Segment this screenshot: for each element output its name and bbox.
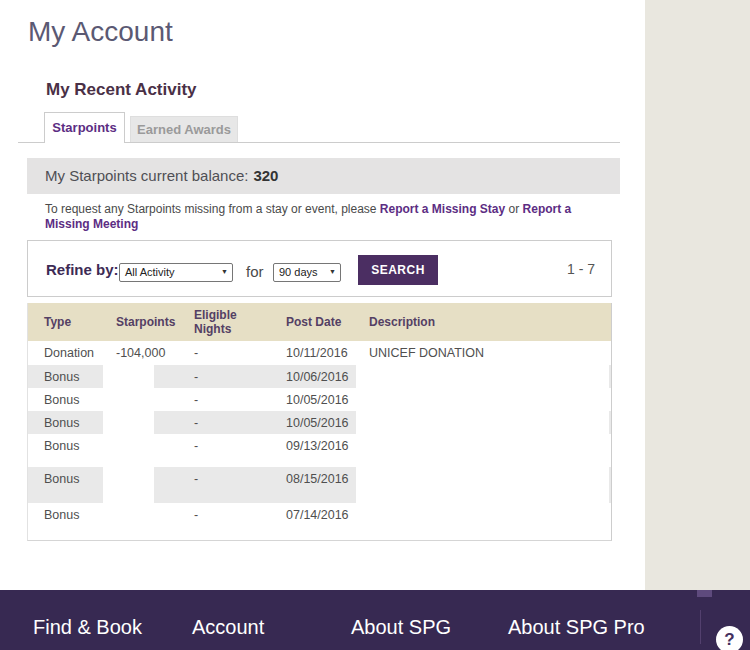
cell-starpoints: -104,000 — [116, 346, 165, 360]
tab-earned-awards[interactable]: Earned Awards — [130, 116, 238, 142]
table-row: Bonus-07/14/2016 — [28, 503, 611, 530]
table-bottom-space — [28, 530, 611, 540]
page-title: My Account — [28, 16, 173, 48]
missing-points-note: To request any Starpoints missing from a… — [45, 202, 593, 232]
table-row: Bonus-10/05/2016 — [28, 388, 611, 411]
section-title: My Recent Activity — [46, 80, 197, 100]
cell-eligible-nights: - — [194, 416, 198, 430]
cell-type: Bonus — [44, 370, 79, 384]
cell-eligible-nights: - — [194, 472, 198, 486]
activity-table: TypeStarpointsEligible NightsPost DateDe… — [27, 303, 612, 541]
note-text: or — [505, 202, 522, 216]
activity-type-select[interactable]: ▼ All Activity — [119, 263, 233, 282]
table-row: Donation-104,000-10/11/2016UNICEF DONATI… — [28, 341, 611, 365]
refine-toolbar: Refine by: ▼ All Activity for ▼ 90 days … — [27, 240, 612, 297]
table-row: Bonus-09/13/2016 — [28, 434, 611, 467]
table-row: Bonus-10/06/2016 — [28, 365, 611, 388]
search-button[interactable]: SEARCH — [358, 255, 438, 285]
cell-type: Donation — [44, 346, 94, 360]
table-header-row: TypeStarpointsEligible NightsPost DateDe… — [28, 303, 611, 341]
cell-type: Bonus — [44, 508, 79, 522]
cell-post-date: 09/13/2016 — [286, 439, 349, 453]
balance-label: My Starpoints current balance: — [45, 167, 248, 184]
cell-post-date: 10/06/2016 — [286, 370, 349, 384]
column-header: Type — [44, 315, 71, 329]
page-side-background — [645, 0, 750, 590]
period-select[interactable]: ▼ 90 days — [273, 263, 341, 282]
footer-link-about-spg[interactable]: About SPG — [351, 616, 451, 639]
my-account-page: My Account My Recent Activity Starpoints… — [0, 0, 750, 650]
balance-banner: My Starpoints current balance:320 — [27, 158, 620, 194]
cell-type: Bonus — [44, 439, 79, 453]
cell-post-date: 10/05/2016 — [286, 393, 349, 407]
cell-type: Bonus — [44, 416, 79, 430]
for-label: for — [246, 263, 264, 280]
footer-link-about-spg-pro[interactable]: About SPG Pro — [508, 616, 645, 639]
footer-link-account[interactable]: Account — [192, 616, 264, 639]
tab-starpoints[interactable]: Starpoints — [44, 112, 125, 143]
cell-eligible-nights: - — [194, 439, 198, 453]
chevron-down-icon: ▼ — [329, 268, 336, 275]
result-range: 1 - 7 — [567, 261, 595, 277]
cell-post-date: 08/15/2016 — [286, 472, 349, 486]
period-value: 90 days — [279, 266, 318, 278]
help-icon[interactable]: ? — [716, 626, 743, 650]
footer-divider — [700, 610, 701, 644]
footer: Find & BookAccountAbout SPGAbout SPG Pro… — [0, 590, 750, 650]
activity-type-value: All Activity — [125, 266, 175, 278]
table-row: Bonus-08/15/2016 — [28, 467, 611, 503]
column-header: Eligible Nights — [194, 308, 252, 336]
report-missing-stay-link[interactable]: Report a Missing Stay — [380, 202, 505, 216]
table-row: Bonus-10/05/2016 — [28, 411, 611, 434]
balance-value: 320 — [253, 167, 278, 184]
chevron-down-icon: ▼ — [221, 268, 228, 275]
cell-eligible-nights: - — [194, 346, 198, 360]
column-header: Post Date — [286, 315, 341, 329]
cell-description: UNICEF DONATION — [369, 346, 484, 360]
cell-type: Bonus — [44, 393, 79, 407]
column-header: Description — [369, 315, 435, 329]
cell-type: Bonus — [44, 472, 79, 486]
cell-eligible-nights: - — [194, 370, 198, 384]
cell-post-date: 10/11/2016 — [286, 346, 348, 360]
cell-eligible-nights: - — [194, 393, 198, 407]
column-header: Starpoints — [116, 315, 175, 329]
footer-top-right-patch — [697, 590, 712, 597]
cell-eligible-nights: - — [194, 508, 198, 522]
note-text: To request any Starpoints missing from a… — [45, 202, 380, 216]
footer-link-find-book[interactable]: Find & Book — [33, 616, 142, 639]
cell-post-date: 07/14/2016 — [286, 508, 349, 522]
refine-by-label: Refine by: — [46, 261, 119, 278]
cell-post-date: 10/05/2016 — [286, 416, 349, 430]
table-body: Donation-104,000-10/11/2016UNICEF DONATI… — [28, 341, 611, 530]
